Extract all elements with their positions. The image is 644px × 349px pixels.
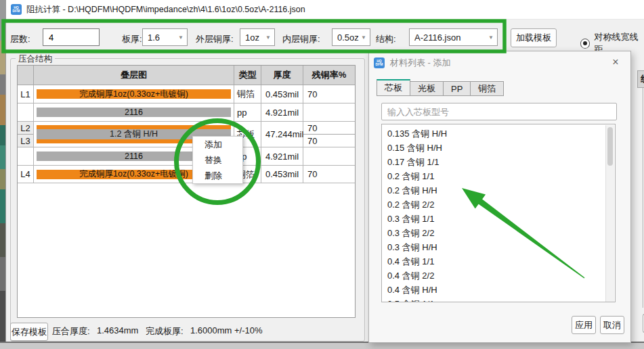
table-row[interactable]: 2116 (34, 103, 234, 122)
chevron-down-icon: ▼ (265, 34, 271, 41)
save-template-button[interactable]: 保存模板 (10, 323, 48, 341)
tab-bare-board[interactable]: 光板 (410, 81, 444, 96)
cancel-button[interactable]: 取消 (600, 316, 624, 334)
inner-copper-label: 内层铜厚: (282, 33, 320, 45)
structure-value: A-2116.json (414, 32, 460, 43)
list-item[interactable]: 0.135 含铜 H/H (382, 126, 615, 141)
table-empty-area (18, 183, 355, 317)
structure-select[interactable]: A-2116.json ▼ (409, 28, 498, 46)
hqdfm-app-icon: HQ DFM (374, 57, 385, 68)
residual-cell: 70 (303, 135, 355, 147)
list-item[interactable]: 0.17 含铜 1/1 (382, 155, 615, 169)
list-item[interactable]: 0.15 含铜 H/H (382, 141, 615, 155)
list-item[interactable]: 0.2 含铜 2/2 (382, 197, 615, 212)
layer-label: L1 (18, 85, 34, 103)
header-empty (18, 66, 34, 85)
tab-copper-foil[interactable]: 铜箔 (471, 81, 504, 96)
inner-copper-value: 0.5oz (337, 32, 359, 43)
thickness-cell: 4.921mil (261, 147, 303, 166)
list-item[interactable]: 0.4 含铜 1/1 (382, 254, 615, 269)
load-template-button[interactable]: 加载模板 (511, 28, 557, 47)
type-cell: 铜箔 (234, 85, 261, 103)
copper-bar[interactable]: 完成铜厚1oz(0.33oz+电镀铜) (37, 89, 231, 99)
list-item[interactable]: 0.3 含铜 2/2 (382, 226, 615, 240)
finished-thickness-value: 1.6000mm +/-10% (190, 325, 263, 335)
header-type: 类型 (234, 66, 261, 85)
radio-selected-icon (580, 39, 590, 49)
material-list: 0.135 含铜 H/H0.15 含铜 H/H0.17 含铜 1/10.2 含铜… (381, 124, 616, 302)
title-bar: HQ DFM 阻抗计算 - D:\HQDFM\HQDFM\impedance\z… (6, 0, 644, 20)
context-menu-item-delete[interactable]: 删除 (193, 168, 242, 183)
layer-label: L4 (18, 166, 34, 183)
residual-cell (303, 147, 355, 166)
thickness-cell: 4.921mil (261, 103, 303, 122)
app-icon-text: DFM (376, 63, 383, 66)
list-item[interactable]: 0.3 含铜 H/H (382, 240, 615, 254)
inner-copper-select[interactable]: 0.5oz ▼ (332, 28, 370, 46)
layer-label: L2 (18, 122, 33, 135)
board-thickness-label: 板厚: (122, 33, 142, 45)
type-cell: pp (234, 103, 261, 122)
layer-label-pair: L2 L3 (18, 122, 34, 147)
list-item[interactable]: 0.2 含铜 1/1 (382, 169, 615, 183)
chevron-down-icon: ▼ (488, 34, 494, 41)
outer-copper-label: 外层铜厚: (196, 33, 234, 45)
lamination-thickness-label: 压合厚度: (52, 325, 90, 338)
background-table-header-fragment: 线 (637, 70, 644, 88)
hqdfm-app-icon: HQ DFM (11, 4, 22, 15)
structure-label: 结构: (376, 33, 396, 45)
tab-pp[interactable]: PP (444, 81, 471, 96)
list-item[interactable]: 0.4 含铜 2/2 (382, 269, 615, 283)
outer-copper-value: 1oz (245, 32, 259, 43)
context-menu-item-add[interactable]: 添加 (193, 137, 242, 152)
header-thickness: 厚度 (261, 66, 303, 85)
residual-cell: 70 (303, 122, 355, 135)
residual-cell-pair: 70 70 (303, 122, 355, 147)
close-icon[interactable]: × (609, 55, 622, 69)
desktop-background-strip (0, 0, 5, 349)
thickness-cell: 0.453mil (261, 166, 303, 183)
layer-label: L3 (18, 135, 33, 147)
board-thickness-select[interactable]: 1.6 ▼ (142, 28, 188, 46)
chevron-down-icon: ▼ (361, 34, 366, 41)
layer-label (18, 103, 34, 122)
residual-cell: 70 (303, 85, 355, 103)
thickness-cell: 47.244mil (261, 122, 303, 147)
layer-label (18, 147, 34, 166)
lamination-group-label: 压合结构 (16, 53, 55, 65)
table-row[interactable]: 完成铜厚1oz(0.33oz+电镀铜) (34, 85, 234, 103)
header-residual: 残铜率% (303, 66, 355, 85)
list-item[interactable]: 0.3 含铜 1/1 (382, 212, 615, 226)
dialog-title-bar: HQ DFM 材料列表 - 添加 × (369, 51, 630, 74)
context-menu-item-replace[interactable]: 替换 (193, 152, 242, 168)
stackup-table: 叠层图 类型 厚度 残铜率% L1 完成铜厚1oz(0.33oz+电镀铜) 铜箔… (17, 65, 356, 318)
residual-cell (303, 103, 355, 122)
layers-label: 层数: (10, 33, 30, 45)
screen: HQ DFM 阻抗计算 - D:\HQDFM\HQDFM\impedance\z… (0, 0, 644, 349)
list-item[interactable]: 0.4 含铜 H/H (382, 283, 615, 297)
context-menu: 添加 替换 删除 (192, 136, 243, 184)
scrollbar-thumb[interactable] (607, 127, 613, 166)
core-model-search-input[interactable] (381, 103, 617, 120)
window-title: 阻抗计算 - D:\HQDFM\HQDFM\impedance\zh\4\1.6… (26, 4, 305, 16)
dialog-title: 材料列表 - 添加 (390, 57, 451, 69)
list-item[interactable]: 0.5 含铜 1/1 (382, 297, 615, 302)
lamination-thickness-value: 1.4634mm (97, 325, 138, 335)
tab-core-board[interactable]: 芯板 (377, 79, 410, 96)
header-stack-diagram: 叠层图 (34, 66, 234, 85)
layers-input[interactable] (43, 28, 100, 46)
material-tabs: 芯板 光板 PP 铜箔 (377, 79, 504, 96)
app-icon-text: DFM (13, 9, 20, 13)
finished-thickness-label: 完成板厚: (146, 325, 184, 338)
chevron-down-icon: ▼ (178, 34, 184, 41)
list-item[interactable]: 0.2 含铜 H/H (382, 183, 615, 197)
outer-copper-select[interactable]: 1oz ▼ (240, 28, 275, 46)
scrollbar[interactable] (605, 125, 614, 302)
board-thickness-value: 1.6 (148, 32, 160, 43)
apply-button[interactable]: 应用 (572, 316, 596, 334)
material-list-dialog: HQ DFM 材料列表 - 添加 × 芯板 光板 PP 铜箔 0.135 含铜 … (368, 51, 631, 343)
residual-cell: 70 (303, 166, 355, 183)
thickness-cell: 0.453mil (261, 85, 303, 103)
prepreg-bar[interactable]: 2116 (37, 108, 231, 117)
